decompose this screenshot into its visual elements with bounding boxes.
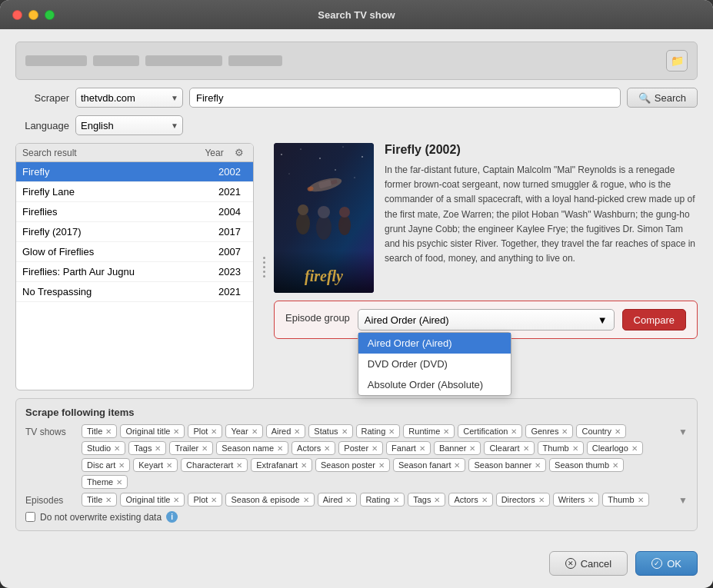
tv-show-tag[interactable]: Extrafanart✕	[251, 458, 312, 472]
tag-remove-icon[interactable]: ✕	[277, 444, 283, 453]
tag-remove-icon[interactable]: ✕	[572, 444, 578, 453]
result-item[interactable]: Glow of Fireflies 2007	[16, 242, 253, 262]
tv-show-tag[interactable]: Season name✕	[216, 441, 288, 455]
tv-show-tag[interactable]: Runtime✕	[403, 424, 455, 438]
tag-remove-icon[interactable]: ✕	[116, 478, 122, 487]
tag-remove-icon[interactable]: ✕	[155, 444, 161, 453]
episode-tag[interactable]: Writers✕	[553, 493, 600, 507]
tag-remove-icon[interactable]: ✕	[303, 496, 309, 504]
tag-remove-icon[interactable]: ✕	[419, 444, 425, 453]
tv-show-tag[interactable]: Characterart✕	[181, 458, 248, 472]
tv-show-tag[interactable]: Fanart✕	[386, 441, 431, 455]
tv-show-tag[interactable]: Season banner✕	[468, 458, 546, 472]
tag-remove-icon[interactable]: ✕	[388, 427, 395, 436]
tv-show-tag[interactable]: Actors✕	[292, 441, 335, 455]
tv-show-tag[interactable]: Original title✕	[120, 424, 185, 438]
tag-remove-icon[interactable]: ✕	[615, 427, 621, 436]
episode-tag[interactable]: Actors✕	[448, 493, 492, 507]
tv-show-tag[interactable]: Plot✕	[188, 424, 222, 438]
result-item[interactable]: No Trespassing 2021	[16, 282, 253, 302]
tag-remove-icon[interactable]: ✕	[481, 496, 488, 504]
tv-show-tag[interactable]: Keyart✕	[133, 458, 178, 472]
tag-remove-icon[interactable]: ✕	[202, 444, 208, 453]
tag-remove-icon[interactable]: ✕	[612, 461, 618, 470]
tag-remove-icon[interactable]: ✕	[469, 444, 475, 453]
tv-show-tag[interactable]: Tags✕	[128, 441, 166, 455]
cancel-button[interactable]: ✕ Cancel	[549, 551, 628, 576]
panel-divider[interactable]	[262, 143, 266, 390]
tv-show-tag[interactable]: Trailer✕	[169, 441, 213, 455]
tag-remove-icon[interactable]: ✕	[588, 496, 594, 504]
tv-show-tag[interactable]: Year✕	[225, 424, 262, 438]
episode-tag[interactable]: Rating✕	[360, 493, 405, 507]
tag-remove-icon[interactable]: ✕	[393, 496, 399, 504]
tag-remove-icon[interactable]: ✕	[294, 427, 300, 436]
compare-button[interactable]: Compare	[622, 309, 686, 331]
result-item[interactable]: Fireflies 2004	[16, 202, 253, 222]
result-item[interactable]: Fireflies: Parth Aur Jugnu 2023	[16, 262, 253, 282]
episode-group-dropdown[interactable]: Aired Order (Aired) ▼	[358, 309, 615, 331]
episode-tag[interactable]: Aired✕	[318, 493, 358, 507]
no-overwrite-info-icon[interactable]: i	[166, 511, 178, 523]
tag-remove-icon[interactable]: ✕	[535, 461, 541, 470]
result-item[interactable]: Firefly (2017) 2017	[16, 222, 253, 242]
tag-remove-icon[interactable]: ✕	[443, 427, 449, 436]
result-item[interactable]: Firefly 2002	[16, 162, 253, 182]
no-overwrite-label[interactable]: Do not overwrite existing data	[40, 512, 162, 523]
tag-remove-icon[interactable]: ✕	[236, 461, 242, 470]
tv-show-tag[interactable]: Studio✕	[82, 441, 125, 455]
tv-show-tag[interactable]: Clearlogo✕	[587, 441, 643, 455]
episode-tag[interactable]: Thumb✕	[602, 493, 648, 507]
episode-tag[interactable]: Directors✕	[496, 493, 550, 507]
tag-remove-icon[interactable]: ✕	[118, 461, 125, 470]
tag-remove-icon[interactable]: ✕	[324, 444, 330, 453]
episode-tag[interactable]: Plot✕	[188, 493, 222, 507]
tv-show-tag[interactable]: Status✕	[308, 424, 352, 438]
tag-remove-icon[interactable]: ✕	[454, 461, 460, 470]
tag-remove-icon[interactable]: ✕	[114, 444, 120, 453]
episode-group-option-aired[interactable]: Aired Order (Aired)	[358, 333, 511, 354]
episode-group-option-dvd[interactable]: DVD Order (DVD)	[358, 354, 511, 374]
tag-remove-icon[interactable]: ✕	[105, 496, 112, 504]
episode-tag[interactable]: Season & episode✕	[225, 493, 314, 507]
tag-remove-icon[interactable]: ✕	[211, 427, 217, 436]
tag-remove-icon[interactable]: ✕	[173, 427, 179, 436]
no-overwrite-checkbox[interactable]	[25, 512, 35, 522]
tag-remove-icon[interactable]: ✕	[561, 427, 568, 436]
result-item[interactable]: Firefly Lane 2021	[16, 182, 253, 202]
tv-show-tag[interactable]: Title✕	[82, 424, 117, 438]
tag-remove-icon[interactable]: ✕	[378, 461, 385, 470]
scraper-select[interactable]: thetvdb.com tmdb.org imdb.com	[75, 88, 183, 108]
minimize-button[interactable]	[28, 10, 38, 20]
tv-show-tag[interactable]: Season thumb✕	[549, 458, 624, 472]
tag-remove-icon[interactable]: ✕	[211, 496, 217, 504]
tag-remove-icon[interactable]: ✕	[631, 444, 638, 453]
tv-show-tag[interactable]: Theme✕	[82, 475, 128, 489]
tv-show-tag[interactable]: Genres✕	[525, 424, 573, 438]
tag-remove-icon[interactable]: ✕	[371, 444, 378, 453]
episode-group-option-absolute[interactable]: Absolute Order (Absolute)	[358, 374, 511, 395]
tag-remove-icon[interactable]: ✕	[345, 496, 352, 504]
tv-show-tag[interactable]: Aired✕	[266, 424, 306, 438]
search-button[interactable]: 🔍 Search	[627, 88, 698, 108]
episode-tag[interactable]: Tags✕	[408, 493, 445, 507]
tag-remove-icon[interactable]: ✕	[342, 427, 348, 436]
tag-remove-icon[interactable]: ✕	[105, 427, 112, 436]
tv-show-tag[interactable]: Poster✕	[338, 441, 383, 455]
ok-button[interactable]: ✓ OK	[635, 551, 698, 576]
episodes-expand-arrow[interactable]: ▼	[678, 493, 688, 506]
episode-tag[interactable]: Original title✕	[120, 493, 185, 507]
tag-remove-icon[interactable]: ✕	[252, 427, 258, 436]
tv-show-tag[interactable]: Country✕	[576, 424, 626, 438]
folder-button[interactable]: 📁	[666, 50, 688, 71]
tag-remove-icon[interactable]: ✕	[173, 496, 179, 504]
tv-show-tag[interactable]: Banner✕	[434, 441, 481, 455]
language-select[interactable]: English French German Spanish	[75, 115, 183, 135]
tag-remove-icon[interactable]: ✕	[434, 496, 440, 504]
tv-show-tag[interactable]: Certification✕	[458, 424, 522, 438]
episode-tag[interactable]: Title✕	[82, 493, 117, 507]
maximize-button[interactable]	[45, 10, 55, 20]
tag-remove-icon[interactable]: ✕	[166, 461, 172, 470]
tv-show-tag[interactable]: Rating✕	[356, 424, 401, 438]
tv-show-tag[interactable]: Thumb✕	[538, 441, 584, 455]
